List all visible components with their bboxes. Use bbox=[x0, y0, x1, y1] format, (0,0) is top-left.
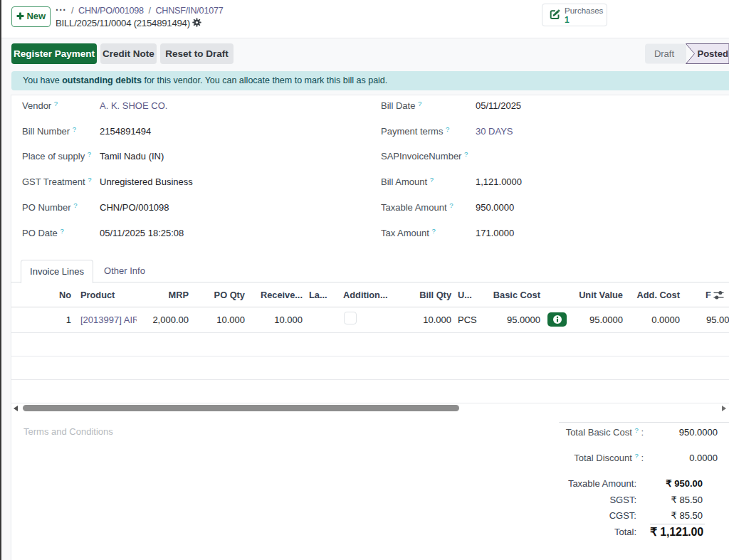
svg-text:Posted: Posted bbox=[698, 48, 728, 59]
svg-text:Draft: Draft bbox=[654, 48, 675, 59]
